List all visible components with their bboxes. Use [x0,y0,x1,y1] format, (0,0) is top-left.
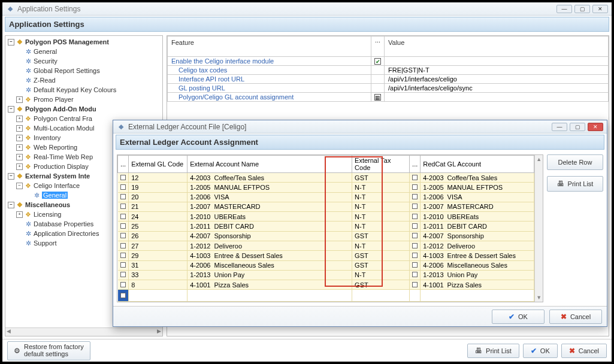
row-handle[interactable] [410,173,421,183]
table-row[interactable]: 264-2007 SponsorshipGST4-2007 Sponsorshi… [118,231,534,241]
toggle-icon[interactable]: + [16,154,23,160]
row-handle[interactable] [118,270,129,280]
grid-vscroll[interactable] [534,155,543,302]
settings-row[interactable]: Enable the Celigo interface module✔ [168,57,609,66]
toggle-icon[interactable]: − [16,183,23,189]
value-cell[interactable] [385,93,609,102]
table-row[interactable]: 241-2010 UBEREatsN-T1-2010 UBEREats [118,212,534,222]
row-handle[interactable] [410,251,421,260]
row-handle[interactable] [118,183,129,192]
settings-row[interactable]: Polygon/Celigo GL account assignment▦ [168,93,609,102]
toggle-icon[interactable]: + [16,125,23,132]
folder-icon: ❖ [24,211,32,219]
toggle-icon[interactable]: − [8,106,14,113]
table-row[interactable]: 271-2012 DeliverooN-T1-2012 Deliveroo [118,241,534,250]
maximize-button[interactable]: ▢ [574,5,590,13]
row-handle[interactable] [118,231,129,241]
tree-item[interactable]: ✲General [8,47,161,56]
tree-item[interactable]: ✲Global Report Settings [8,66,161,75]
tree-item[interactable]: ✲Security [8,56,161,66]
tree-item[interactable]: +❖Promo Player [8,95,161,104]
toggle-icon[interactable]: + [16,116,23,122]
row-handle[interactable] [118,192,129,202]
row-handle[interactable] [118,212,129,222]
settings-row[interactable]: Celigo tax codesFRE|GST|N-T [168,66,609,75]
feature-cell: GL posting URL [168,84,371,93]
value-cell[interactable]: FRE|GST|N-T [385,66,609,75]
row-handle[interactable] [118,202,129,211]
icon-cell[interactable] [371,75,385,84]
icon-cell[interactable] [371,66,385,75]
tree-hscroll[interactable] [5,327,162,336]
modal-minimize-button[interactable]: — [552,123,567,131]
modal-cancel-button[interactable]: ✖Cancel [549,310,602,324]
table-row[interactable]: 124-2003 Coffee/Tea SalesGST4-2003 Coffe… [118,173,534,183]
toggle-icon[interactable]: − [8,202,14,208]
toggle-icon[interactable]: + [16,135,23,141]
row-handle[interactable] [410,202,421,211]
table-row[interactable]: 201-2006 VISAN-T1-2006 VISA [118,192,534,202]
row-handle[interactable] [410,280,421,290]
table-row[interactable]: 84-1001 Pizza SalesGST4-1001 Pizza Sales [118,280,534,290]
close-button[interactable]: ✕ [592,5,608,13]
ext-gl-cell: 21 [129,202,187,211]
icon-cell[interactable] [371,84,385,93]
row-handle[interactable] [410,212,421,222]
row-handle[interactable] [118,290,129,302]
toggle-icon[interactable]: + [16,163,23,170]
toggle-icon[interactable]: + [16,211,23,218]
row-handle[interactable] [410,183,421,192]
value-cell[interactable] [385,57,609,66]
grid-icon[interactable]: ▦ [374,94,381,101]
checkbox-icon[interactable]: ✔ [374,58,381,65]
ext-name-cell: 4-2007 Sponsorship [187,231,352,241]
toggle-icon[interactable]: + [16,96,23,103]
toggle-icon[interactable]: − [8,173,14,180]
row-handle[interactable] [118,260,129,270]
tree-item-label: Celigo Interface [34,182,80,189]
minimize-button[interactable]: — [556,5,572,13]
delete-row-button[interactable]: Delete Row [547,154,603,170]
tree-item[interactable]: −❖Polygon Add-On Modu [8,104,161,114]
table-row[interactable]: 314-2006 Miscellaneous SalesGST4-2006 Mi… [118,260,534,270]
row-handle[interactable] [118,280,129,290]
print-list-button[interactable]: 🖶Print List [467,344,519,358]
row-handle[interactable] [410,222,421,231]
tree-item[interactable]: ✲Z-Read [8,75,161,85]
row-handle[interactable] [410,260,421,270]
icon-cell[interactable]: ▦ [371,93,385,102]
row-handle[interactable] [410,231,421,241]
tree-item[interactable]: −❖Polygon POS Management [8,37,161,47]
new-row[interactable] [118,290,534,302]
row-handle[interactable] [410,270,421,280]
table-row[interactable]: 294-1003 Entree & Dessert SalesGST4-1003… [118,251,534,260]
toggle-icon[interactable]: + [16,144,23,151]
tree-item-label: Web Reporting [34,144,77,151]
row-handle[interactable] [118,173,129,183]
tree-item-label: Z-Read [34,77,56,84]
toggle-icon[interactable]: − [8,39,14,46]
table-row[interactable]: 211-2007 MASTERCARDN-T1-2007 MASTERCARD [118,202,534,211]
modal-close-button[interactable]: ✕ [588,123,603,131]
table-row[interactable]: 251-2011 DEBIT CARDN-T1-2011 DEBIT CARD [118,222,534,231]
modal-print-button[interactable]: 🖶Print List [547,176,603,192]
table-row[interactable]: 191-2005 MANUAL EFTPOSN-T1-2005 MANUAL E… [118,183,534,192]
modal-ok-button[interactable]: ✔OK [492,310,545,324]
row-handle[interactable] [118,222,129,231]
tree-item[interactable]: ✲Default Keypad Key Colours [8,85,161,95]
ledger-table[interactable]: ... External GL Code External Account Na… [117,155,534,302]
value-cell[interactable]: /api/v1/interfaces/celigo/sync [385,84,609,93]
icon-cell[interactable]: ✔ [371,57,385,66]
restore-defaults-button[interactable]: ⚙ Restore from factory default settings [7,341,90,360]
row-handle[interactable] [410,241,421,250]
ok-button[interactable]: ✔OK [523,344,558,358]
row-handle[interactable] [410,192,421,202]
settings-row[interactable]: GL posting URL/api/v1/interfaces/celigo/… [168,84,609,93]
cancel-button[interactable]: ✖Cancel [561,344,607,358]
table-row[interactable]: 331-2013 Union PayN-T1-2013 Union Pay [118,270,534,280]
row-handle[interactable] [118,251,129,260]
row-handle[interactable] [118,241,129,250]
modal-maximize-button[interactable]: ▢ [570,123,585,131]
settings-row[interactable]: Interface API root URL/api/v1/interfaces… [168,75,609,84]
value-cell[interactable]: /api/v1/interfaces/celigo [385,75,609,84]
